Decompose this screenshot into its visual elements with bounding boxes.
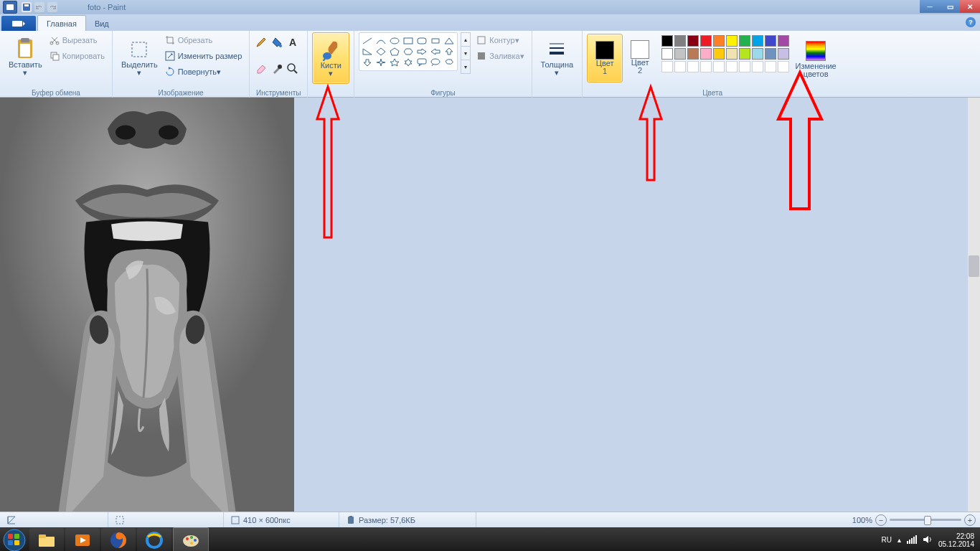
shape-callout-oval[interactable]: [429, 57, 442, 67]
taskbar-explorer[interactable]: [29, 528, 64, 551]
taskbar-paint[interactable]: [173, 527, 209, 551]
color-swatch[interactable]: [765, 35, 776, 47]
paint-app-icon[interactable]: [3, 1, 17, 14]
taskbar-ie[interactable]: [137, 528, 171, 551]
tray-flag-icon[interactable]: ▴: [897, 536, 901, 544]
color-swatch[interactable]: [739, 61, 750, 72]
color-swatch[interactable]: [713, 48, 725, 60]
shape-polygon[interactable]: [429, 36, 442, 46]
color-swatch[interactable]: [713, 61, 725, 72]
color-picker-tool[interactable]: [270, 62, 284, 76]
shape-arrow-left[interactable]: [429, 47, 442, 57]
tray-clock[interactable]: 22:08 05.12.2014: [938, 532, 974, 548]
edit-colors-button[interactable]: Изменение цветов: [793, 34, 838, 84]
shape-triangle[interactable]: [443, 36, 456, 46]
taskbar-firefox[interactable]: [101, 528, 136, 551]
shape-callout-cloud[interactable]: [443, 57, 456, 67]
shape-roundrect[interactable]: [415, 36, 428, 46]
redo-icon[interactable]: [47, 2, 57, 12]
color-swatch[interactable]: [726, 48, 738, 60]
color-swatch[interactable]: [739, 35, 750, 47]
text-tool[interactable]: A: [286, 35, 300, 50]
fill-tool[interactable]: [270, 35, 284, 50]
pencil-tool[interactable]: [254, 35, 268, 50]
color-swatch[interactable]: [687, 35, 699, 47]
shape-arrow-up[interactable]: [443, 47, 456, 57]
size-button[interactable]: Толщина▾: [537, 32, 578, 83]
shape-right-triangle[interactable]: [361, 47, 374, 57]
help-icon[interactable]: ?: [966, 17, 976, 27]
scrollbar-thumb[interactable]: [969, 255, 979, 277]
color-swatch[interactable]: [687, 61, 699, 72]
maximize-button[interactable]: ▭: [940, 0, 960, 13]
color-swatch[interactable]: [661, 35, 673, 47]
brushes-button[interactable]: Кисти▾: [312, 32, 349, 84]
select-button[interactable]: Выделить▾: [117, 32, 162, 83]
color-swatch[interactable]: [674, 35, 686, 47]
shape-star5[interactable]: [388, 57, 401, 67]
tray-lang[interactable]: RU: [881, 536, 891, 544]
tray-network-icon[interactable]: [907, 535, 917, 545]
shape-star4[interactable]: [374, 57, 387, 67]
tab-home[interactable]: Главная: [37, 15, 86, 31]
shape-pentagon[interactable]: [388, 47, 401, 57]
color-swatch[interactable]: [739, 48, 750, 60]
color-swatch[interactable]: [726, 35, 738, 47]
start-button[interactable]: [0, 527, 29, 551]
color-swatch[interactable]: [752, 48, 763, 60]
color2-button[interactable]: Цвет 2: [623, 34, 657, 81]
color-swatch[interactable]: [700, 35, 712, 47]
eraser-tool[interactable]: [254, 62, 268, 76]
undo-icon[interactable]: [34, 2, 44, 12]
zoom-slider[interactable]: [890, 519, 961, 521]
zoom-slider-thumb[interactable]: [924, 516, 931, 525]
shape-hexagon[interactable]: [402, 47, 415, 57]
color-swatch[interactable]: [700, 48, 712, 60]
shapes-expand[interactable]: ▾: [461, 60, 471, 74]
paste-button[interactable]: Вставить▾: [4, 32, 47, 83]
color-swatch[interactable]: [778, 61, 789, 72]
color-swatch[interactable]: [674, 48, 686, 60]
svg-rect-37: [349, 516, 352, 517]
shape-arrow-down[interactable]: [361, 57, 374, 67]
color-swatch[interactable]: [752, 61, 763, 72]
zoom-in-button[interactable]: +: [964, 514, 976, 526]
shape-arrow-right[interactable]: [415, 47, 428, 57]
shape-star6[interactable]: [402, 57, 415, 67]
color-swatch[interactable]: [778, 48, 789, 60]
magnifier-tool[interactable]: [286, 62, 300, 76]
shapes-scroll-up[interactable]: ▴: [461, 32, 471, 47]
shape-callout-rect[interactable]: [415, 57, 428, 67]
shapes-scroll-down[interactable]: ▾: [461, 47, 471, 60]
close-button[interactable]: ✕: [960, 0, 980, 13]
taskbar-media-player[interactable]: [65, 528, 100, 551]
tray-volume-icon[interactable]: [923, 535, 933, 545]
save-icon[interactable]: [22, 2, 32, 12]
shape-curve[interactable]: [374, 36, 387, 46]
tab-view[interactable]: Вид: [86, 16, 118, 31]
file-menu-tab[interactable]: [1, 16, 36, 31]
resize-button[interactable]: Изменить размер: [162, 48, 245, 64]
color-swatch[interactable]: [661, 61, 673, 72]
color-swatch[interactable]: [674, 61, 686, 72]
color-swatch[interactable]: [765, 48, 776, 60]
rotate-button[interactable]: Повернуть ▾: [162, 64, 245, 80]
canvas-workarea[interactable]: [0, 98, 980, 512]
color-swatch[interactable]: [700, 61, 712, 72]
shape-oval[interactable]: [388, 36, 401, 46]
color-swatch[interactable]: [765, 61, 776, 72]
color-swatch[interactable]: [661, 48, 673, 60]
color1-button[interactable]: Цвет 1: [587, 34, 623, 83]
color-swatch[interactable]: [726, 61, 738, 72]
color-swatch[interactable]: [778, 35, 789, 47]
shape-diamond[interactable]: [374, 47, 387, 57]
shape-rect[interactable]: [402, 36, 415, 46]
zoom-out-button[interactable]: −: [875, 514, 887, 526]
color-swatch[interactable]: [687, 48, 699, 60]
minimize-button[interactable]: ─: [920, 0, 940, 13]
shape-line[interactable]: [361, 36, 374, 46]
vertical-scrollbar[interactable]: [968, 98, 980, 512]
color-swatch[interactable]: [752, 35, 763, 47]
canvas[interactable]: [0, 98, 294, 512]
color-swatch[interactable]: [713, 35, 725, 47]
